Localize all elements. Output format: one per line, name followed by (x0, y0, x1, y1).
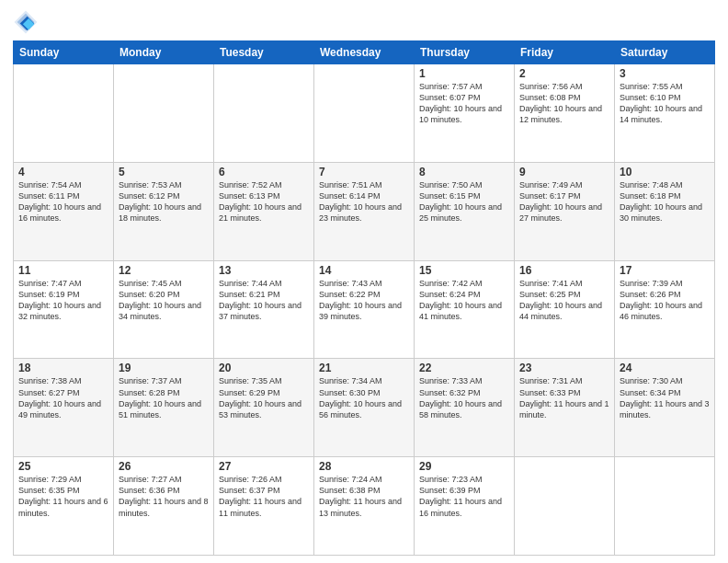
day-info: Sunrise: 7:56 AM Sunset: 6:08 PM Dayligh… (519, 81, 609, 126)
calendar-cell: 6Sunrise: 7:52 AM Sunset: 6:13 PM Daylig… (214, 162, 314, 260)
day-info: Sunrise: 7:35 AM Sunset: 6:29 PM Dayligh… (219, 375, 309, 420)
calendar-header-sunday: Sunday (14, 41, 114, 64)
logo (13, 9, 42, 35)
day-info: Sunrise: 7:53 AM Sunset: 6:12 PM Dayligh… (119, 179, 209, 224)
day-number: 15 (419, 264, 509, 277)
day-number: 3 (620, 67, 710, 80)
day-number: 13 (219, 264, 309, 277)
calendar-week-2: 4Sunrise: 7:54 AM Sunset: 6:11 PM Daylig… (14, 162, 715, 260)
calendar-cell (314, 64, 415, 163)
calendar-header-tuesday: Tuesday (214, 41, 314, 64)
day-info: Sunrise: 7:26 AM Sunset: 6:37 PM Dayligh… (219, 474, 309, 519)
calendar-cell: 3Sunrise: 7:55 AM Sunset: 6:10 PM Daylig… (615, 64, 715, 163)
day-info: Sunrise: 7:33 AM Sunset: 6:32 PM Dayligh… (419, 375, 509, 420)
day-number: 22 (419, 362, 509, 374)
calendar-cell: 23Sunrise: 7:31 AM Sunset: 6:33 PM Dayli… (515, 359, 615, 457)
day-number: 18 (18, 362, 108, 374)
day-number: 24 (620, 362, 710, 374)
calendar-cell: 12Sunrise: 7:45 AM Sunset: 6:20 PM Dayli… (114, 260, 214, 359)
day-info: Sunrise: 7:34 AM Sunset: 6:30 PM Dayligh… (319, 375, 409, 420)
page: SundayMondayTuesdayWednesdayThursdayFrid… (0, 0, 728, 563)
calendar-cell: 22Sunrise: 7:33 AM Sunset: 6:32 PM Dayli… (415, 359, 515, 457)
calendar-cell: 5Sunrise: 7:53 AM Sunset: 6:12 PM Daylig… (114, 162, 214, 260)
calendar-cell: 25Sunrise: 7:29 AM Sunset: 6:35 PM Dayli… (14, 457, 114, 556)
day-info: Sunrise: 7:50 AM Sunset: 6:15 PM Dayligh… (419, 179, 509, 224)
calendar-header-wednesday: Wednesday (314, 41, 415, 64)
day-info: Sunrise: 7:23 AM Sunset: 6:39 PM Dayligh… (419, 474, 509, 519)
calendar-cell: 27Sunrise: 7:26 AM Sunset: 6:37 PM Dayli… (214, 457, 314, 556)
day-info: Sunrise: 7:47 AM Sunset: 6:19 PM Dayligh… (18, 278, 108, 323)
day-info: Sunrise: 7:27 AM Sunset: 6:36 PM Dayligh… (119, 474, 209, 519)
day-number: 27 (219, 460, 309, 473)
calendar-cell: 19Sunrise: 7:37 AM Sunset: 6:28 PM Dayli… (114, 359, 214, 457)
calendar-cell: 1Sunrise: 7:57 AM Sunset: 6:07 PM Daylig… (415, 64, 515, 163)
day-number: 1 (419, 67, 509, 80)
day-number: 14 (319, 264, 409, 277)
calendar-header-friday: Friday (515, 41, 615, 64)
calendar-header-saturday: Saturday (615, 41, 715, 64)
calendar-cell: 16Sunrise: 7:41 AM Sunset: 6:25 PM Dayli… (515, 260, 615, 359)
header (13, 9, 715, 35)
day-info: Sunrise: 7:31 AM Sunset: 6:33 PM Dayligh… (519, 375, 609, 420)
calendar-week-4: 18Sunrise: 7:38 AM Sunset: 6:27 PM Dayli… (14, 359, 715, 457)
day-number: 11 (18, 264, 108, 277)
day-number: 10 (620, 166, 710, 178)
day-info: Sunrise: 7:42 AM Sunset: 6:24 PM Dayligh… (419, 278, 509, 323)
calendar-table: SundayMondayTuesdayWednesdayThursdayFrid… (13, 40, 715, 556)
day-info: Sunrise: 7:24 AM Sunset: 6:38 PM Dayligh… (319, 474, 409, 519)
day-number: 20 (219, 362, 309, 374)
day-info: Sunrise: 7:49 AM Sunset: 6:17 PM Dayligh… (519, 179, 609, 224)
day-info: Sunrise: 7:44 AM Sunset: 6:21 PM Dayligh… (219, 278, 309, 323)
day-number: 26 (119, 460, 209, 473)
day-info: Sunrise: 7:45 AM Sunset: 6:20 PM Dayligh… (119, 278, 209, 323)
day-info: Sunrise: 7:48 AM Sunset: 6:18 PM Dayligh… (620, 179, 710, 224)
calendar-week-5: 25Sunrise: 7:29 AM Sunset: 6:35 PM Dayli… (14, 457, 715, 556)
day-number: 21 (319, 362, 409, 374)
day-info: Sunrise: 7:37 AM Sunset: 6:28 PM Dayligh… (119, 375, 209, 420)
day-number: 12 (119, 264, 209, 277)
day-info: Sunrise: 7:43 AM Sunset: 6:22 PM Dayligh… (319, 278, 409, 323)
calendar-week-3: 11Sunrise: 7:47 AM Sunset: 6:19 PM Dayli… (14, 260, 715, 359)
calendar-cell (515, 457, 615, 556)
day-number: 6 (219, 166, 309, 178)
calendar-cell: 13Sunrise: 7:44 AM Sunset: 6:21 PM Dayli… (214, 260, 314, 359)
logo-icon (13, 9, 39, 35)
day-info: Sunrise: 7:41 AM Sunset: 6:25 PM Dayligh… (519, 278, 609, 323)
day-number: 9 (519, 166, 609, 178)
calendar-cell (14, 64, 114, 163)
calendar-cell: 11Sunrise: 7:47 AM Sunset: 6:19 PM Dayli… (14, 260, 114, 359)
calendar-cell (214, 64, 314, 163)
day-number: 29 (419, 460, 509, 473)
calendar-cell: 20Sunrise: 7:35 AM Sunset: 6:29 PM Dayli… (214, 359, 314, 457)
day-number: 7 (319, 166, 409, 178)
day-number: 5 (119, 166, 209, 178)
day-number: 2 (519, 67, 609, 80)
day-info: Sunrise: 7:55 AM Sunset: 6:10 PM Dayligh… (620, 81, 710, 126)
calendar-header-monday: Monday (114, 41, 214, 64)
day-info: Sunrise: 7:29 AM Sunset: 6:35 PM Dayligh… (18, 474, 108, 519)
calendar-header-thursday: Thursday (415, 41, 515, 64)
day-info: Sunrise: 7:57 AM Sunset: 6:07 PM Dayligh… (419, 81, 509, 126)
calendar-cell: 2Sunrise: 7:56 AM Sunset: 6:08 PM Daylig… (515, 64, 615, 163)
calendar-cell: 17Sunrise: 7:39 AM Sunset: 6:26 PM Dayli… (615, 260, 715, 359)
calendar-cell (615, 457, 715, 556)
calendar-cell: 26Sunrise: 7:27 AM Sunset: 6:36 PM Dayli… (114, 457, 214, 556)
day-number: 23 (519, 362, 609, 374)
calendar-cell: 28Sunrise: 7:24 AM Sunset: 6:38 PM Dayli… (314, 457, 415, 556)
calendar-cell: 4Sunrise: 7:54 AM Sunset: 6:11 PM Daylig… (14, 162, 114, 260)
calendar-cell: 24Sunrise: 7:30 AM Sunset: 6:34 PM Dayli… (615, 359, 715, 457)
calendar-cell: 9Sunrise: 7:49 AM Sunset: 6:17 PM Daylig… (515, 162, 615, 260)
calendar-cell: 21Sunrise: 7:34 AM Sunset: 6:30 PM Dayli… (314, 359, 415, 457)
day-number: 19 (119, 362, 209, 374)
day-number: 17 (620, 264, 710, 277)
calendar-cell: 15Sunrise: 7:42 AM Sunset: 6:24 PM Dayli… (415, 260, 515, 359)
day-number: 16 (519, 264, 609, 277)
day-info: Sunrise: 7:38 AM Sunset: 6:27 PM Dayligh… (18, 375, 108, 420)
day-info: Sunrise: 7:51 AM Sunset: 6:14 PM Dayligh… (319, 179, 409, 224)
day-info: Sunrise: 7:30 AM Sunset: 6:34 PM Dayligh… (620, 375, 710, 420)
calendar-week-1: 1Sunrise: 7:57 AM Sunset: 6:07 PM Daylig… (14, 64, 715, 163)
day-info: Sunrise: 7:39 AM Sunset: 6:26 PM Dayligh… (620, 278, 710, 323)
calendar-cell: 29Sunrise: 7:23 AM Sunset: 6:39 PM Dayli… (415, 457, 515, 556)
calendar-cell: 10Sunrise: 7:48 AM Sunset: 6:18 PM Dayli… (615, 162, 715, 260)
calendar-cell: 14Sunrise: 7:43 AM Sunset: 6:22 PM Dayli… (314, 260, 415, 359)
